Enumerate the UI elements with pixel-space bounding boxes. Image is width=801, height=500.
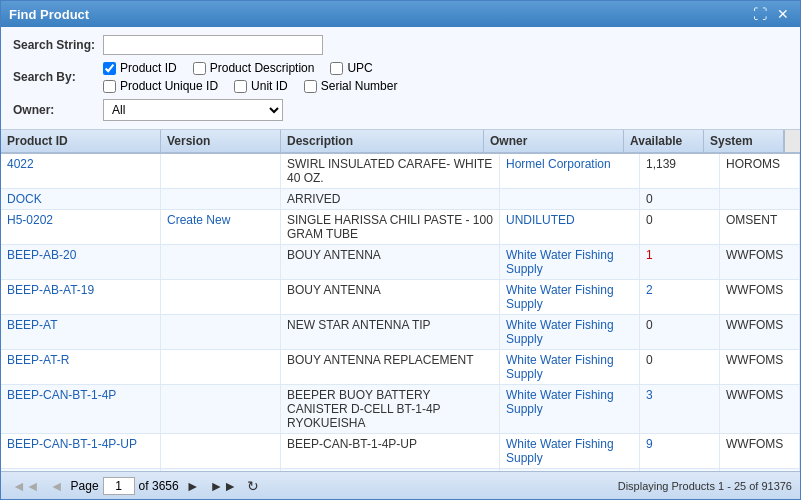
- cb-product-desc[interactable]: [193, 62, 206, 75]
- cell-available: 0: [640, 315, 720, 349]
- cell-version: [161, 385, 281, 433]
- cell-owner: [500, 189, 640, 209]
- cell-version: [161, 154, 281, 188]
- cell-available: 0: [640, 189, 720, 209]
- cell-description: SINGLE HARISSA CHILI PASTE - 100 GRAM TU…: [281, 210, 500, 244]
- table-row: 4022 SWIRL INSULATED CARAFE- WHITE 40 OZ…: [1, 154, 800, 189]
- page-label: Page: [71, 479, 99, 493]
- cb-unique-id[interactable]: [103, 80, 116, 93]
- cell-available: 0: [640, 210, 720, 244]
- prev-page-button[interactable]: ◄: [47, 478, 67, 494]
- cell-product-id[interactable]: BEEP-CAN-BT-1-4P-UP: [1, 434, 161, 468]
- cb-unit-id[interactable]: [234, 80, 247, 93]
- search-input[interactable]: [103, 35, 323, 55]
- table-row: BEEP-CAN-BT-1-4P-UP BEEP-CAN-BT-1-4P-UP …: [1, 434, 800, 469]
- search-by-label: Search By:: [13, 70, 103, 84]
- cell-product-id[interactable]: H5-0202: [1, 210, 161, 244]
- table-row: BEEP-AB-AT-19 BOUY ANTENNA White Water F…: [1, 280, 800, 315]
- cell-product-id[interactable]: DOCK: [1, 189, 161, 209]
- cb-unique-id-label[interactable]: Product Unique ID: [103, 79, 218, 93]
- owner-row: Owner: All: [13, 99, 788, 121]
- cell-owner: White Water Fishing Supply: [500, 350, 640, 384]
- first-page-button[interactable]: ◄◄: [9, 478, 43, 494]
- table-row: BEEP-AT NEW STAR ANTENNA TIP White Water…: [1, 315, 800, 350]
- cell-system: WWFOMS: [720, 385, 800, 433]
- cell-version: [161, 280, 281, 314]
- cb-product-desc-text: Product Description: [210, 61, 315, 75]
- cell-owner: Hormel Corporation: [500, 154, 640, 188]
- table-header: Product ID Version Description Owner Ava…: [1, 130, 800, 154]
- cell-available: 2: [640, 280, 720, 314]
- col-header-product-id: Product ID: [1, 130, 161, 152]
- col-header-version: Version: [161, 130, 281, 152]
- checkbox-row-1: Product ID Product Description UPC: [103, 61, 397, 75]
- cell-available: 1: [640, 245, 720, 279]
- cell-system: WWFOMS: [720, 245, 800, 279]
- last-page-button[interactable]: ►►: [207, 478, 241, 494]
- cell-owner: White Water Fishing Supply: [500, 245, 640, 279]
- cb-unit-id-text: Unit ID: [251, 79, 288, 93]
- scrollbar-spacer: [784, 130, 800, 152]
- cb-serial-text: Serial Number: [321, 79, 398, 93]
- page-input[interactable]: [103, 477, 135, 495]
- col-header-available: Available: [624, 130, 704, 152]
- cell-product-id[interactable]: BEEP-AT: [1, 315, 161, 349]
- expand-button[interactable]: ⛶: [750, 7, 770, 21]
- cell-description: BEEPER BUOY BATTERY CANISTER D-CELL BT-1…: [281, 385, 500, 433]
- cell-owner: White Water Fishing Supply: [500, 280, 640, 314]
- cell-description: BOUY ANTENNA REPLACEMENT: [281, 350, 500, 384]
- cell-system: HOROMS: [720, 154, 800, 188]
- cell-available: 1,139: [640, 154, 720, 188]
- cb-upc-text: UPC: [347, 61, 372, 75]
- next-page-button[interactable]: ►: [183, 478, 203, 494]
- col-header-system: System: [704, 130, 784, 152]
- page-total: of 3656: [139, 479, 179, 493]
- cb-upc[interactable]: [330, 62, 343, 75]
- col-header-description: Description: [281, 130, 484, 152]
- cb-product-id-label[interactable]: Product ID: [103, 61, 177, 75]
- cb-serial-label[interactable]: Serial Number: [304, 79, 398, 93]
- cell-product-id[interactable]: BEEP-AB-AT-19: [1, 280, 161, 314]
- cell-description: NEW STAR ANTENNA TIP: [281, 315, 500, 349]
- cell-description: SWIRL INSULATED CARAFE- WHITE 40 OZ.: [281, 154, 500, 188]
- window-title: Find Product: [9, 7, 89, 22]
- cell-product-id[interactable]: BEEP-CAN-BT-1-4P: [1, 385, 161, 433]
- footer-status: Displaying Products 1 - 25 of 91376: [618, 480, 792, 492]
- cell-product-id[interactable]: BEEP-AB-20: [1, 245, 161, 279]
- table-row: H5-0202 Create New SINGLE HARISSA CHILI …: [1, 210, 800, 245]
- table-row: DOCK ARRIVED 0: [1, 189, 800, 210]
- cb-product-desc-label[interactable]: Product Description: [193, 61, 315, 75]
- cb-product-id[interactable]: [103, 62, 116, 75]
- cell-version: [161, 434, 281, 468]
- cell-description: ARRIVED: [281, 189, 500, 209]
- title-bar-buttons: ⛶ ✕: [750, 7, 792, 21]
- footer: ◄◄ ◄ Page of 3656 ► ►► ↻ Displaying Prod…: [1, 471, 800, 499]
- refresh-button[interactable]: ↻: [244, 478, 262, 494]
- close-button[interactable]: ✕: [774, 7, 792, 21]
- search-by-row: Search By: Product ID Product Descriptio…: [13, 61, 788, 93]
- cell-product-id[interactable]: BEEP-AT-R: [1, 350, 161, 384]
- checkbox-row-2: Product Unique ID Unit ID Serial Number: [103, 79, 397, 93]
- cb-unique-id-text: Product Unique ID: [120, 79, 218, 93]
- cell-system: WWFOMS: [720, 350, 800, 384]
- owner-select[interactable]: All: [103, 99, 283, 121]
- cb-unit-id-label[interactable]: Unit ID: [234, 79, 288, 93]
- cell-owner: UNDILUTED: [500, 210, 640, 244]
- cell-system: WWFOMS: [720, 280, 800, 314]
- owner-label: Owner:: [13, 103, 103, 117]
- cell-version: [161, 189, 281, 209]
- cb-upc-label[interactable]: UPC: [330, 61, 372, 75]
- cell-product-id[interactable]: 4022: [1, 154, 161, 188]
- cell-owner: White Water Fishing Supply: [500, 315, 640, 349]
- search-string-label: Search String:: [13, 38, 103, 52]
- col-header-owner: Owner: [484, 130, 624, 152]
- cb-serial[interactable]: [304, 80, 317, 93]
- table-container: Product ID Version Description Owner Ava…: [1, 130, 800, 471]
- cell-available: 0: [640, 350, 720, 384]
- cell-description: BOUY ANTENNA: [281, 280, 500, 314]
- table-row: BEEP-AB-20 BOUY ANTENNA White Water Fish…: [1, 245, 800, 280]
- cell-system: WWFOMS: [720, 434, 800, 468]
- cell-owner: White Water Fishing Supply: [500, 385, 640, 433]
- find-product-window: Find Product ⛶ ✕ Search String: Search B…: [0, 0, 801, 500]
- cell-owner: White Water Fishing Supply: [500, 434, 640, 468]
